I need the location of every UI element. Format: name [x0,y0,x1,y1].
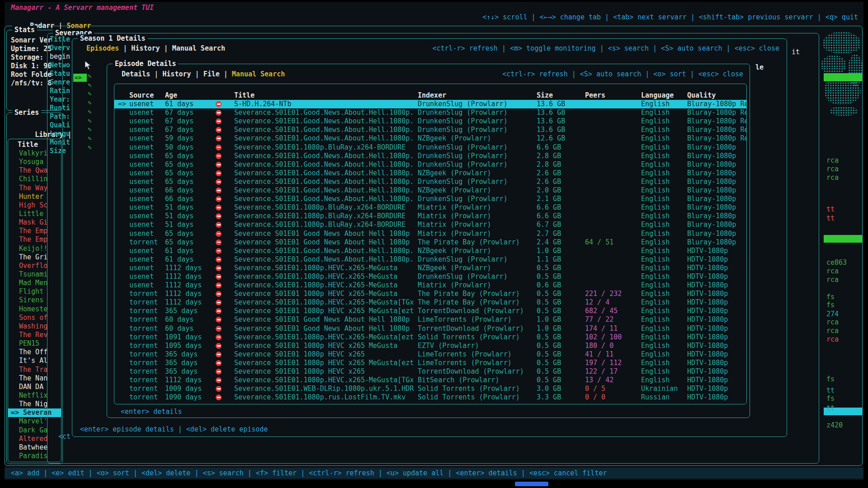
release-row[interactable]: usenet50 daysSeverance.S01E01.1080p.BluR… [114,143,746,152]
release-cell: Severance S01E01 1080p HEVC x265 MeGusta [234,342,418,350]
rejection-cell [209,385,234,393]
release-cell: torrent [129,385,165,393]
release-row[interactable]: usenet65 daysSeverance.S01E01.Good.News.… [114,160,746,169]
monitored-icon[interactable]: ✎ [88,99,91,106]
release-row[interactable]: torrent1090 daysSeverance.S01E01.1080p.r… [114,393,746,402]
release-row[interactable]: usenet61 daysSeverance.S01E01.Good.News.… [114,255,746,264]
release-cell: Bluray-1080p [687,152,746,160]
season-tab-episodes[interactable]: Episodes [86,44,119,52]
release-cell: 65 days [165,238,209,247]
taskbar-chip[interactable] [515,482,548,486]
release-cell: HDTV-1080p [687,315,746,324]
rejected-icon [216,188,222,193]
text-fragment: le [755,63,764,72]
release-row[interactable]: usenet67 daysSeverance.S01E01.Good.News.… [114,108,746,117]
release-cell: English [641,315,687,324]
release-cell: torrent [129,324,165,333]
monitored-icon[interactable]: ✎ [88,126,91,132]
monitored-icon[interactable]: ✎ [88,73,91,79]
release-row[interactable]: usenet65 daysSeverance S01E01 Good News … [114,230,746,238]
release-cell [114,281,129,290]
release-row[interactable]: torrent1009 daysSeverance.S01E01.WEB-DLR… [114,385,746,393]
release-cell: LimeTorrents (Prowlarr) [418,315,537,324]
release-row[interactable]: usenet66 daysSeverance.S01E01.Good.News.… [114,186,746,195]
monitored-icon[interactable]: ✎ [88,144,91,150]
release-cell: 682 / 45 [585,307,641,315]
release-cell: NZBgeek (Prowlarr) [418,247,537,255]
release-row[interactable]: usenet67 daysSeverance.S01E01.Good.News.… [114,117,746,126]
monitored-icon[interactable]: ✎ [88,117,91,124]
episode-tab-history[interactable]: History [162,70,191,78]
release-row[interactable]: torrent60 daysSeverance S01E01 Good News… [114,315,746,324]
release-row[interactable]: torrent1095 daysSeverance S01E01 1080p H… [114,342,746,350]
release-cell: usenet [129,126,165,134]
release-row[interactable]: torrent365 daysSeverance S01E01 1080p HE… [114,359,746,367]
release-cell: Severance.S01E01.Good.News.About.Hell.10… [234,117,418,126]
release-row[interactable]: usenet67 daysSeverance.S01E01.Good.News.… [114,126,746,134]
release-cell: S-HD.H.264-NTb [234,100,418,108]
release-row[interactable]: => usenet61 daysS-HD.H.264-NTbDrunkenSlu… [114,100,746,108]
episode-tab-details[interactable]: Details [122,70,150,78]
release-cell: Severance.S01E01.Good.News.About.Hell.10… [234,152,418,160]
release-row[interactable]: usenet1112 daysSeverance.S01E01.1080p.HE… [114,272,746,281]
release-cell [585,108,641,117]
release-cell: 60 days [165,324,209,333]
rejected-icon [216,300,222,305]
season-tab-manual-search[interactable]: Manual Search [172,44,225,52]
release-row[interactable]: torrent1091 daysSeverance.S01E01.1080p.H… [114,333,746,342]
release-cell [114,290,129,298]
release-row[interactable]: torrent65 daysSeverance S01E01 Good News… [114,238,746,247]
release-row[interactable]: torrent1112 daysSeverance.S01E01.1080p.H… [114,376,746,385]
release-row[interactable]: usenet51 daysSeverance.S01E01.1080p.BluR… [114,212,746,221]
release-row[interactable]: usenet1112 daysSeverance.S01E01.1080p.HE… [114,281,746,290]
rejected-icon [216,222,222,228]
selected-episode-row[interactable]: => [73,74,87,82]
release-row[interactable]: usenet65 daysSeverance.S01E01.Good.News.… [114,152,746,160]
release-cell [114,385,129,393]
rejection-cell [209,178,234,186]
release-row[interactable]: usenet1112 daysSeverance.S01E01.1080p.HE… [114,264,746,272]
release-row[interactable]: usenet51 daysSeverance.S01E01.1080p.BluR… [114,203,746,212]
release-row[interactable]: torrent1112 daysSeverance S01E01 1080p H… [114,290,746,298]
release-cell: 13.6 GB [537,126,585,134]
release-cell: usenet [129,169,165,178]
release-cell: torrent [129,359,165,367]
rejected-icon [216,257,222,263]
release-row[interactable]: torrent365 daysSeverance S01E01 1080p HE… [114,350,746,359]
episode-tab-manual-search[interactable]: Manual Search [232,70,285,78]
release-row[interactable]: usenet51 daysSeverance.S01E01.1080p.BluR… [114,221,746,229]
release-cell: 2.6 GB [537,169,585,178]
monitored-icon[interactable]: ✎ [88,82,91,88]
monitored-icon[interactable]: ✎ [88,90,91,97]
release-cell [585,255,641,264]
rejection-cell [209,160,234,169]
release-row[interactable]: torrent365 daysSeverance S01E01 1080p HE… [114,367,746,376]
release-cell: HDTV-1080p [687,350,746,359]
release-cell: Severance.S01E01.Good.News.About.Hell.10… [234,247,418,255]
season-tab-history[interactable]: History [131,44,160,52]
release-cell: Severance.S01E01.Good.News.About.Hell.10… [234,160,418,169]
release-cell: 67 days [165,117,209,126]
monitored-icon[interactable]: ✎ [88,108,91,115]
release-row[interactable]: torrent365 daysSeverance S01E01 1080p HE… [114,307,746,315]
release-row[interactable]: usenet59 daysSeverance.S01E01.Good.News.… [114,134,746,143]
release-row[interactable]: usenet61 daysSeverance.S01E01.Good.News.… [114,247,746,255]
release-cell: English [641,342,687,350]
release-cell: 1095 days [165,342,209,350]
episode-tab-file[interactable]: File [203,70,220,78]
mouse-cursor [85,61,92,70]
release-cell [585,186,641,195]
release-row[interactable]: usenet66 daysSeverance.S01E01.Good.News.… [114,195,746,203]
monitored-icon[interactable]: ✎ [88,135,91,141]
release-row[interactable]: usenet65 daysSeverance.S01E01.Good.News.… [114,169,746,178]
release-row[interactable]: torrent60 daysSeverance S01E01 Good News… [114,324,746,333]
release-cell: Bluray-1080p [687,186,746,195]
release-cell: The Pirate Bay (Prowlarr) [418,238,537,247]
release-cell: DrunkenSlug (Prowlarr) [418,143,537,152]
release-cell: Severance.S01E01.1080p.BluRay.x264-BORDU… [234,212,418,221]
release-cell: English [641,264,687,272]
global-keybindings: <↑↓> scroll | <←→> change tab | <tab> ne… [482,13,858,22]
release-row[interactable]: torrent1112 daysSeverance.S01E01.1080p.H… [114,298,746,307]
release-row[interactable]: usenet65 daysSeverance.S01E01.Good.News.… [114,178,746,186]
release-cell: 6.6 GB [537,203,585,212]
